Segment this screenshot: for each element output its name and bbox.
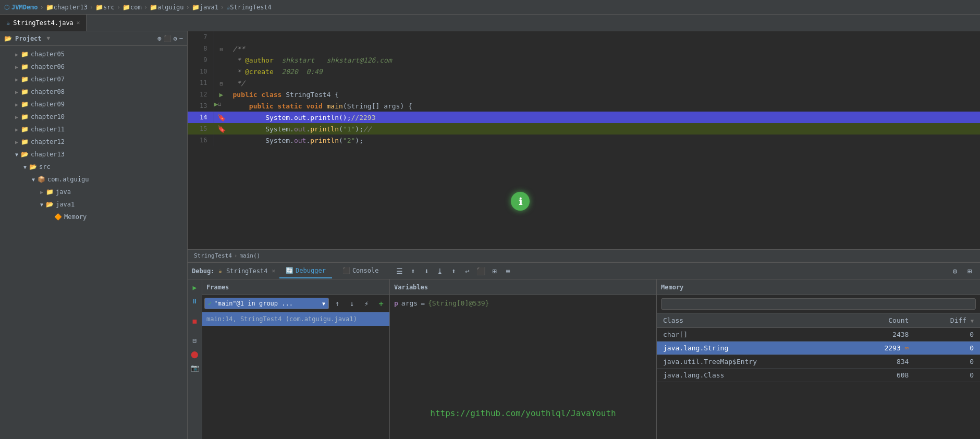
code-line-7: 7 — [188, 31, 980, 43]
frames-scrollbar[interactable] — [385, 326, 389, 439]
memory-class-cell: char[] — [657, 328, 849, 342]
breadcrumb-folder-icon2: 📁 — [95, 4, 103, 11]
memory-search-input[interactable] — [661, 298, 976, 310]
sidebar-item-chapter05[interactable]: ▶ 📁 chapter05 — [0, 48, 187, 60]
sidebar-item-chapter08[interactable]: ▶ 📁 chapter08 — [0, 86, 187, 98]
step-into-btn[interactable]: ⬇ — [420, 265, 433, 277]
table-btn[interactable]: ⊞ — [488, 265, 500, 277]
sidebar-item-chapter06[interactable]: ▶ 📁 chapter06 — [0, 60, 187, 73]
sidebar-minus-icon[interactable]: − — [179, 35, 183, 42]
code-line-9: 9 * @author shkstart shkstart@126.com — [188, 54, 980, 66]
debug-close-tab[interactable]: ✕ — [272, 267, 275, 274]
debug-pointer: ℹ — [511, 192, 530, 211]
evaluate-btn[interactable]: ⬛ — [474, 265, 487, 277]
breadcrumb-stringtest4[interactable]: StringTest4 — [230, 4, 271, 11]
camera-btn[interactable]: 📷 — [189, 362, 201, 373]
frames-btn[interactable]: ☰ — [393, 265, 406, 277]
arrow-icon: ▶ — [38, 189, 46, 195]
sidebar-locate-icon[interactable]: ⊕ — [157, 35, 161, 42]
run-icon-12[interactable]: ▶ — [219, 91, 224, 99]
sidebar-item-chapter12[interactable]: ▶ 📁 chapter12 — [0, 136, 187, 148]
sidebar-item-com-atguigu[interactable]: ▼ 📦 com.atguigu — [0, 173, 187, 186]
breadcrumb-com[interactable]: com — [130, 4, 142, 11]
step-over-btn[interactable]: ⬆ — [407, 265, 419, 277]
console-icon: ⬛ — [342, 267, 350, 274]
fold-icon[interactable]: ⊟ — [219, 46, 223, 52]
memory-table-container: Class Count Diff ▼ — [657, 313, 980, 439]
folder-icon: 📁 — [46, 188, 54, 196]
sidebar-item-java1[interactable]: ▼ 📂 java1 — [0, 198, 187, 211]
sidebar-gear-icon[interactable]: ⚙ — [174, 35, 177, 42]
bookmark-icon-15[interactable]: 🔖 — [217, 125, 226, 133]
frame-item-main14[interactable]: main:14, StringTest4 (com.atguigu.java1) — [202, 312, 389, 326]
sidebar-collapse-icon[interactable]: ⬛ — [164, 35, 172, 42]
frames-up-btn[interactable]: ↑ — [331, 297, 344, 310]
col-count[interactable]: Count — [849, 313, 915, 328]
sidebar-item-chapter13[interactable]: ▼ 📂 chapter13 — [0, 148, 187, 161]
sidebar-item-chapter10[interactable]: ▶ 📁 chapter10 — [0, 111, 187, 123]
breadcrumb-java1[interactable]: java1 — [200, 4, 218, 11]
breadcrumb-chapter13[interactable]: chapter13 — [54, 4, 88, 11]
tab-console[interactable]: ⬛ Console — [336, 264, 385, 278]
breadcrumb-src[interactable]: src — [103, 4, 115, 11]
sidebar-item-memory[interactable]: 🔶 Memory — [0, 211, 187, 223]
run-to-cursor-btn[interactable]: ↩ — [461, 265, 473, 277]
thread-label: "main"@1 in group ... — [214, 300, 293, 307]
arrow-icon: ▼ — [21, 164, 29, 170]
memory-table-row[interactable]: java.lang.String2293 ∞0 — [657, 342, 980, 355]
force-step-btn[interactable]: ⤓ — [434, 265, 446, 277]
item-label: chapter05 — [31, 51, 65, 58]
debug-icon: 🔄 — [286, 267, 293, 274]
debug-panel: Debug: ☕ StringTest4 ✕ 🔄 Debugger ⬛ Cons… — [188, 262, 980, 439]
col-diff[interactable]: Diff ▼ — [915, 313, 980, 328]
col-class-label: Class — [663, 316, 683, 324]
list-btn[interactable]: ≡ — [501, 265, 514, 277]
frames-down-btn[interactable]: ↓ — [346, 297, 358, 310]
frames-scroll-area — [202, 326, 389, 439]
fold-icon2[interactable]: ⊟ — [219, 81, 223, 87]
breadcrumb-jvmdemo[interactable]: JVMDemo — [11, 4, 38, 11]
sidebar-item-chapter11[interactable]: ▶ 📁 chapter11 — [0, 123, 187, 136]
main-layout: 📂 Project ▼ ⊕ ⬛ ⚙ − ▶ 📁 chapter05 ▶ 📁 ch… — [0, 31, 980, 439]
tab-console-label: Console — [352, 267, 379, 274]
item-label: chapter06 — [31, 63, 65, 70]
sidebar-project-icon: 📂 — [4, 35, 12, 42]
item-label: com.atguigu — [47, 176, 89, 183]
step-out-btn[interactable]: ⬆ — [447, 265, 460, 277]
col-class[interactable]: Class — [657, 313, 849, 328]
fold-icon3[interactable]: ⊟ — [218, 101, 221, 107]
run-icon-13[interactable]: ▶ — [214, 100, 218, 108]
memory-table-row[interactable]: char[]24380 — [657, 328, 980, 342]
code-container[interactable]: ℹ 7 8 ⊟ /** 9 — [188, 31, 980, 249]
memory-table-row[interactable]: java.util.TreeMap$Entry8340 — [657, 355, 980, 369]
breakpoints-btn[interactable]: ⬤ — [189, 348, 201, 360]
tab-debugger[interactable]: 🔄 Debugger — [279, 264, 332, 278]
sidebar-item-chapter07[interactable]: ▶ 📁 chapter07 — [0, 73, 187, 86]
pause-btn[interactable]: ⏸ — [189, 295, 201, 307]
sidebar-item-chapter09[interactable]: ▶ 📁 chapter09 — [0, 98, 187, 111]
memory-count-cell: 2293 ∞ — [849, 342, 915, 355]
sidebar-item-java[interactable]: ▶ 📁 java — [0, 186, 187, 198]
structure-btn[interactable]: ⊟ — [189, 335, 201, 346]
breadcrumb-atguigu[interactable]: atguigu — [157, 4, 184, 11]
item-label: chapter09 — [31, 101, 65, 108]
tab-bar: ☕ StringTest4.java ✕ — [0, 15, 980, 31]
bookmark-icon-14[interactable]: 🔖 — [217, 114, 226, 121]
memory-table-row[interactable]: java.lang.Class6080 — [657, 369, 980, 382]
variables-panel: Variables p args = {String[0]@539} https… — [390, 279, 657, 439]
arrow-icon: ▼ — [29, 177, 38, 182]
resume-btn[interactable]: ▶ — [189, 282, 201, 293]
memory-count-cell: 834 — [849, 355, 915, 369]
settings-btn[interactable]: ⚙ — [949, 265, 961, 277]
frames-filter-btn[interactable]: ⚡ — [360, 297, 373, 310]
frames-add-btn[interactable]: + — [375, 297, 387, 310]
tab-stringtest4[interactable]: ☕ StringTest4.java ✕ — [0, 15, 87, 31]
sort-arrow-icon: ▼ — [971, 318, 974, 324]
stop-btn[interactable]: ■ — [189, 315, 201, 326]
sidebar-dropdown-arrow[interactable]: ▼ — [47, 35, 51, 42]
layout-btn[interactable]: ⊞ — [963, 265, 976, 277]
tab-close-button[interactable]: ✕ — [77, 19, 80, 26]
sidebar-item-src[interactable]: ▼ 📂 src — [0, 161, 187, 173]
thread-selector[interactable]: ✓ "main"@1 in group ... ▼ — [204, 298, 329, 309]
debug-right-controls: ⚙ ⊞ — [949, 265, 976, 277]
